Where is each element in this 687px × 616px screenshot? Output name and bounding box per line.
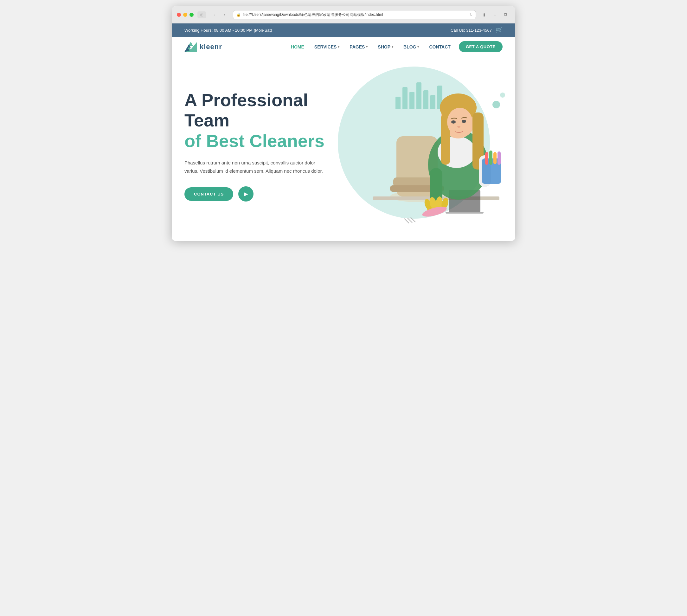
play-video-button[interactable]: ▶: [238, 186, 253, 201]
chevron-down-icon: ▾: [366, 45, 368, 48]
cart-icon[interactable]: 🛒: [495, 27, 503, 34]
hero-image-area: [316, 57, 515, 241]
back-button[interactable]: ‹: [210, 12, 219, 18]
maximize-button[interactable]: [190, 13, 194, 17]
lock-icon: 🔒: [237, 13, 241, 17]
svg-rect-30: [493, 152, 496, 164]
hero-description: Phasellus rutrum ante non urna suscipit,…: [184, 159, 324, 175]
close-button[interactable]: [177, 13, 181, 17]
play-icon: ▶: [244, 191, 248, 197]
hero-section: A Professional Team of Best Cleaners Pha…: [172, 57, 515, 241]
logo-text: kleenr: [200, 43, 222, 51]
hero-title-line3: of Best Cleaners: [184, 131, 344, 151]
nav-services[interactable]: SERVICES ▾: [310, 42, 344, 52]
toolbar-right: ⬆ + ⧉: [480, 12, 510, 18]
share-button[interactable]: ⬆: [480, 12, 489, 18]
get-quote-button[interactable]: GET A QUOTE: [459, 41, 503, 52]
hero-title-line2: Team: [184, 110, 344, 131]
hero-title-line1: A Professional: [184, 90, 344, 110]
hero-content: A Professional Team of Best Cleaners Pha…: [184, 90, 344, 201]
nav-blog[interactable]: BLOG ▾: [399, 42, 423, 52]
svg-line-34: [404, 219, 409, 223]
logo[interactable]: kleenr: [184, 42, 222, 52]
nav-pages[interactable]: PAGES ▾: [345, 42, 372, 52]
svg-line-35: [407, 218, 412, 223]
top-bar-right: Call Us: 311-123-4567 🛒: [450, 27, 503, 34]
svg-line-36: [411, 217, 416, 222]
address-bar[interactable]: 🔒 file:///Users/janewang/Downloads/绿色清爽的…: [233, 10, 476, 19]
url-text: file:///Users/janewang/Downloads/绿色清爽的家政…: [243, 12, 383, 17]
website-content: Working Hours: 08:00 AM - 10:00 PM (Mon-…: [172, 23, 515, 241]
nav-arrows: ‹ ›: [210, 12, 229, 18]
reload-icon[interactable]: ↻: [470, 13, 472, 17]
logo-icon: [184, 42, 197, 52]
nav-contact[interactable]: CONTACT: [425, 42, 455, 52]
nav-shop[interactable]: SHOP ▾: [373, 42, 398, 52]
svg-point-33: [500, 92, 505, 97]
svg-rect-31: [497, 152, 501, 165]
main-nav: kleenr HOME SERVICES ▾ PAGES ▾ SHOP ▾: [172, 37, 515, 57]
contact-us-button[interactable]: CONTACT US: [184, 187, 233, 201]
sidebar-toggle[interactable]: ⊞: [197, 12, 206, 18]
svg-point-17: [462, 120, 466, 123]
minimize-button[interactable]: [183, 13, 187, 17]
working-hours-text: Working Hours: 08:00 AM - 10:00 PM (Mon-…: [184, 28, 272, 32]
tabs-button[interactable]: ⧉: [501, 12, 510, 18]
forward-button[interactable]: ›: [220, 12, 229, 18]
traffic-lights: [177, 13, 194, 17]
title-bar: ⊞ ‹ › 🔒 file:///Users/janewang/Downloads…: [172, 6, 515, 23]
svg-rect-8: [446, 212, 484, 214]
new-tab-button[interactable]: +: [490, 12, 500, 18]
svg-point-15: [447, 108, 472, 136]
nav-links: HOME SERVICES ▾ PAGES ▾ SHOP ▾ BLOG ▾: [286, 42, 455, 52]
svg-point-32: [492, 101, 500, 108]
hero-cleaner-illustration: [341, 63, 506, 231]
chevron-down-icon: ▾: [417, 45, 419, 48]
top-bar: Working Hours: 08:00 AM - 10:00 PM (Mon-…: [172, 23, 515, 37]
chevron-down-icon: ▾: [338, 45, 339, 48]
hero-actions: CONTACT US ▶: [184, 186, 344, 201]
chevron-down-icon: ▾: [392, 45, 393, 48]
call-us-text: Call Us: 311-123-4567: [450, 28, 492, 32]
svg-rect-29: [489, 151, 492, 165]
browser-window: ⊞ ‹ › 🔒 file:///Users/janewang/Downloads…: [172, 6, 515, 241]
svg-rect-28: [485, 152, 488, 165]
svg-point-16: [451, 120, 456, 124]
nav-home[interactable]: HOME: [286, 42, 309, 52]
svg-point-18: [457, 126, 461, 128]
